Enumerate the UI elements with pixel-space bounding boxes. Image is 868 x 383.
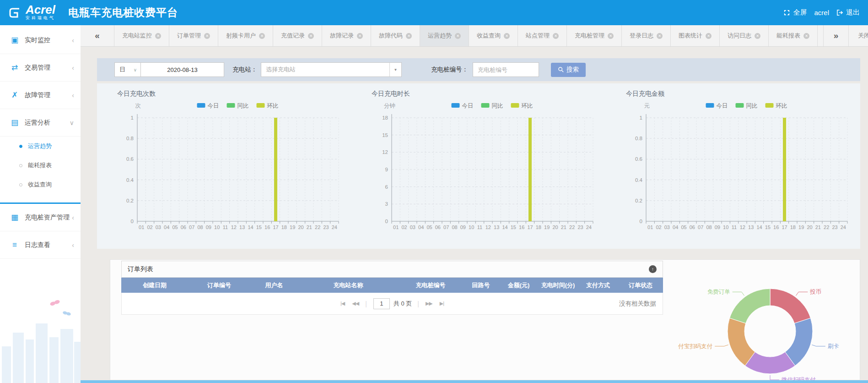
search-icon (558, 66, 564, 73)
x-axis-tick-label: 20 (298, 224, 303, 230)
daily-charts-panel: 今日充电次数 次今日同比环比00.20.40.60.81010203040506… (97, 83, 860, 249)
x-axis-tick-label: 04 (673, 224, 678, 230)
tab-访问日志[interactable]: 访问日志✕ (720, 25, 769, 46)
x-axis-tick-label: 22 (569, 224, 575, 230)
sidebar-item-实时监控[interactable]: ▣实时监控‹ (0, 27, 81, 54)
search-button[interactable]: 搜索 (551, 63, 586, 77)
tab-能耗报表[interactable]: 能耗报表✕ (769, 25, 818, 46)
main-content: 日 ∨ 充电站： 选择充电站 ▼ 充电桩编号： 搜索 (81, 47, 868, 383)
tab-close-icon[interactable]: ✕ (608, 33, 614, 39)
tab-站点管理[interactable]: 站点管理✕ (518, 25, 567, 46)
tab-充电站监控[interactable]: 充电站监控✕ (114, 25, 169, 46)
select-arrow-icon: ▼ (389, 63, 401, 77)
pile-number-input[interactable] (473, 66, 539, 73)
sidebar-subitem-能耗报表[interactable]: 能耗报表 (0, 156, 81, 175)
tab-close-icon[interactable]: ✕ (204, 33, 210, 39)
date-input[interactable] (141, 66, 224, 73)
logout-button[interactable]: 退出 (836, 8, 860, 17)
x-axis-tick-label: 19 (290, 224, 295, 230)
y-axis-tick-label: 9 (385, 167, 388, 172)
username[interactable]: acrel (814, 9, 829, 16)
tab-close-icon[interactable]: ✕ (657, 33, 663, 39)
tab-label: 充值记录 (281, 32, 305, 40)
fault-icon: ✗ (10, 90, 19, 100)
tab-close-icon[interactable]: ✕ (406, 33, 412, 39)
panel-collapse-icon[interactable]: ↑ (649, 265, 657, 273)
x-axis-tick-label: 17 (527, 224, 533, 230)
close-operations-menu[interactable]: 关闭操作 (849, 25, 868, 46)
y-axis-tick-label: 0.8 (635, 136, 642, 141)
x-axis-tick-label: 17 (782, 224, 787, 230)
period-select[interactable]: 日 ∨ (114, 62, 141, 77)
tab-登录日志[interactable]: 登录日志✕ (622, 25, 671, 46)
tab-close-icon[interactable]: ✕ (259, 33, 265, 39)
y-axis-tick-label: 0 (385, 219, 388, 224)
chevron-collapsed-icon: ‹ (72, 37, 74, 44)
tabs-scroll-right-button[interactable]: » (823, 25, 849, 46)
x-axis-tick-label: 05 (426, 224, 432, 230)
sidebar-item-交易管理[interactable]: ⇄交易管理‹ (0, 54, 81, 82)
legend-swatch (197, 103, 205, 108)
tab-label: 故障代码 (379, 32, 403, 40)
bottom-scroll-strip[interactable] (81, 380, 868, 383)
tab-充值记录[interactable]: 充值记录✕ (273, 25, 322, 46)
pagination-last-button[interactable]: ▶| (440, 301, 444, 306)
tab-close-icon[interactable]: ✕ (504, 33, 510, 39)
bullet-icon (19, 164, 22, 167)
legend-label: 同比 (237, 103, 249, 109)
tab-close-icon[interactable]: ✕ (553, 33, 559, 39)
y-axis-tick-label: 12 (382, 149, 388, 155)
x-axis-tick-label: 19 (544, 224, 550, 230)
tab-充电桩管理[interactable]: 充电桩管理✕ (567, 25, 622, 46)
sidebar-item-充电桩资产管理[interactable]: ▦充电桩资产管理‹ (0, 204, 81, 231)
x-axis-tick-label: 16 (264, 224, 270, 230)
x-axis-tick-label: 05 (681, 224, 686, 230)
x-axis-tick-label: 09 (206, 224, 211, 230)
bar-环比-17 (528, 118, 532, 221)
tab-close-icon[interactable]: ✕ (357, 33, 363, 39)
fullscreen-button[interactable]: 全屏 (783, 8, 807, 17)
tab-close-icon[interactable]: ✕ (455, 33, 461, 39)
tab-射频卡用户[interactable]: 射频卡用户✕ (218, 25, 273, 46)
pagination-next-button[interactable]: ▶▶ (426, 301, 432, 306)
x-axis-tick-label: 06 (690, 224, 695, 230)
tab-订单管理[interactable]: 订单管理✕ (169, 25, 218, 46)
sidebar-item-故障管理[interactable]: ✗故障管理‹ (0, 82, 81, 109)
x-axis-tick-label: 07 (189, 224, 194, 230)
tab-label: 运营趋势 (428, 32, 452, 40)
y-axis-tick-label: 0.2 (126, 198, 134, 203)
x-axis-tick-label: 10 (723, 224, 728, 230)
tab-label: 订单管理 (177, 32, 201, 40)
legend-label: 同比 (746, 103, 758, 109)
x-axis-tick-label: 11 (477, 224, 482, 230)
pagination-first-button[interactable]: |◀ (340, 301, 345, 306)
sidebar-item-日志查看[interactable]: ≡日志查看‹ (0, 231, 81, 259)
sidebar-item-运营分析[interactable]: ▤运营分析∨ (0, 109, 81, 137)
tabs-scroll-left-button[interactable]: « (81, 25, 114, 46)
tab-label: 故障记录 (330, 32, 354, 40)
tab-close-icon[interactable]: ✕ (803, 33, 809, 39)
payment-method-donut-chart: 投币刷卡微信扫码支付付宝扫码支付免费订单 (663, 266, 865, 383)
station-select[interactable]: 选择充电站 ▼ (261, 62, 402, 77)
tab-close-icon[interactable]: ✕ (308, 33, 314, 39)
x-axis-tick-label: 03 (156, 224, 161, 230)
tab-故障记录[interactable]: 故障记录✕ (322, 25, 371, 46)
sidebar-item-label: 日志查看 (25, 241, 72, 249)
tab-图表统计[interactable]: 图表统计✕ (671, 25, 720, 46)
sidebar-item-label: 实时监控 (25, 36, 72, 44)
page-number-input[interactable] (373, 298, 390, 309)
tab-close-icon[interactable]: ✕ (706, 33, 712, 39)
tab-故障代码[interactable]: 故障代码✕ (371, 25, 420, 46)
x-axis-tick-label: 19 (798, 224, 804, 230)
y-axis-tick-label: 0 (131, 219, 134, 224)
tab-close-icon[interactable]: ✕ (755, 33, 760, 39)
chart-daily-charge-amount: 今日充电金额 元今日同比环比00.20.40.60.81010203040506… (606, 83, 860, 249)
order-list-panel: 订单列表 ↑ 创建日期订单编号用户名充电站名称充电桩编号回路号金额(元)充电时间… (121, 261, 663, 315)
pagination-prev-button[interactable]: ◀◀ (352, 301, 359, 306)
tab-收益查询[interactable]: 收益查询✕ (469, 25, 518, 46)
tab-close-icon[interactable]: ✕ (155, 33, 161, 39)
tab-运营趋势[interactable]: 运营趋势✕ (420, 25, 469, 46)
sidebar-subitem-运营趋势[interactable]: 运营趋势 (0, 137, 81, 156)
donut-label-投币: 投币 (809, 289, 821, 295)
sidebar-subitem-收益查询[interactable]: 收益查询 (0, 175, 81, 194)
